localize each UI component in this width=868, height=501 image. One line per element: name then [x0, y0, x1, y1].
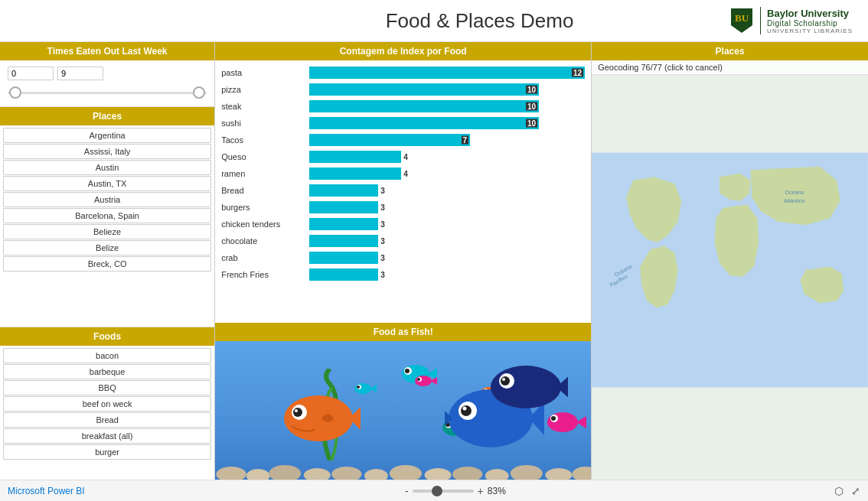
svg-point-12 — [546, 468, 573, 480]
chart-bar-row: ramen4 — [221, 166, 585, 181]
range-slider[interactable] — [8, 85, 207, 100]
chart-bar-row: chicken tenders3 — [221, 216, 585, 232]
left-panel: Times Eaten Out Last Week — [0, 42, 215, 480]
svg-point-1 — [217, 467, 246, 480]
fish-small-orange2-icon — [590, 379, 591, 407]
chart-bar-value-outside: 4 — [403, 153, 408, 161]
foods-list-item[interactable]: burger — [3, 444, 211, 460]
svg-point-17 — [293, 408, 302, 417]
svg-point-5 — [331, 467, 361, 480]
places-list-item[interactable]: Assissi, Italy — [3, 144, 211, 159]
chart-bar-value-outside: 4 — [403, 170, 408, 178]
map-header: Places — [592, 42, 868, 60]
chart-area[interactable]: pasta12pizza10steak10sushi10Tacos7Queso4… — [215, 60, 591, 323]
chart-bar-value-outside: 3 — [380, 237, 385, 246]
zoom-minus-button[interactable]: - — [405, 485, 409, 497]
zoom-slider[interactable] — [413, 490, 474, 493]
svg-point-71 — [415, 376, 432, 386]
page-title: Food & Places Demo — [230, 9, 729, 33]
svg-point-3 — [269, 465, 301, 480]
logo-libraries: UNIVERSITY LIBRARIES — [767, 28, 853, 34]
svg-point-8 — [425, 468, 452, 480]
chart-bar: 7 — [309, 134, 470, 146]
places-list-item[interactable]: Belize — [3, 240, 211, 255]
svg-point-6 — [364, 469, 388, 480]
slider-track — [8, 92, 207, 94]
chart-bar-value: 7 — [462, 136, 469, 145]
chart-bar-value: 10 — [526, 102, 537, 111]
chart-bar-row: sushi10 — [221, 115, 585, 131]
places-list-item[interactable]: Argentina — [3, 128, 211, 143]
chart-bar-label: Queso — [221, 152, 309, 161]
main-content: Times Eaten Out Last Week — [0, 42, 868, 480]
times-eaten-header: Times Eaten Out Last Week — [0, 42, 214, 60]
chart-bar-row: steak10 — [221, 99, 585, 114]
places-list-item[interactable]: Barcelona, Spain — [3, 208, 211, 223]
range-max-input[interactable] — [57, 67, 103, 80]
range-min-input[interactable] — [8, 67, 54, 80]
places-list-item[interactable]: Austin — [3, 160, 211, 175]
places-list-item[interactable]: Austin, TX — [3, 176, 211, 191]
header-logo: BU Baylor University Digital Scholarship… — [729, 7, 853, 34]
foods-list-item[interactable]: barbeque — [3, 364, 211, 379]
chart-bar — [309, 184, 378, 197]
middle-panel: Contagem de Index por Food pasta12pizza1… — [215, 42, 592, 480]
chart-bar — [309, 218, 378, 230]
slider-thumb-right[interactable] — [193, 86, 205, 99]
places-list-item[interactable]: Belieze — [3, 224, 211, 239]
header: Food & Places Demo BU Baylor University … — [0, 0, 868, 42]
svg-point-14 — [284, 395, 353, 441]
slider-thumb-left[interactable] — [9, 86, 21, 99]
foods-list-item[interactable]: beef on weck — [3, 396, 211, 412]
fish-section: Food as Fish! — [215, 323, 591, 480]
svg-marker-15 — [349, 403, 361, 434]
chart-bar-value-outside: 3 — [380, 254, 385, 262]
svg-point-7 — [390, 465, 422, 480]
chart-bar-row: Queso4 — [221, 149, 585, 164]
rocks-icon — [215, 453, 591, 480]
chart-bar: 12 — [309, 67, 585, 79]
logo-text: Baylor University Digital Scholarship UN… — [767, 8, 853, 34]
times-eaten-section: Times Eaten Out Last Week — [0, 42, 214, 107]
foods-list-item[interactable]: bacon — [3, 348, 211, 363]
places-list-item[interactable]: Breck, CO — [3, 256, 211, 272]
logo-digital: Digital Scholarship — [767, 19, 853, 28]
chart-bar — [309, 268, 378, 281]
chart-bar-value-outside: 3 — [380, 187, 385, 195]
zoom-plus-button[interactable]: + — [478, 485, 484, 497]
svg-marker-72 — [430, 377, 437, 385]
zoom-controls: - + 83% — [405, 485, 514, 497]
chart-bar-label: chocolate — [221, 236, 309, 246]
powerbi-link[interactable]: Microsoft Power BI — [8, 486, 85, 496]
svg-point-13 — [573, 467, 592, 480]
foods-list-item[interactable]: BBQ — [3, 380, 211, 395]
chart-header: Contagem de Index por Food — [215, 42, 591, 60]
svg-text:BU: BU — [735, 12, 749, 24]
fish-tiny-3-icon — [413, 372, 438, 390]
share-icon[interactable]: ⬡ — [834, 485, 844, 497]
foods-list[interactable]: baconbarbequeBBQbeef on weckBreadbreakfa… — [0, 346, 214, 480]
chart-bar-row: Tacos7 — [221, 132, 585, 148]
foods-list-item[interactable]: Bread — [3, 412, 211, 428]
svg-marker-40 — [576, 416, 586, 428]
places-list-item[interactable]: Austria — [3, 192, 211, 207]
places-list[interactable]: ArgentinaAssissi, ItalyAustinAustin, TXA… — [0, 125, 214, 327]
chart-bar-value: 10 — [526, 119, 537, 128]
chart-bar-row: pizza10 — [221, 82, 585, 97]
svg-point-38 — [405, 369, 410, 373]
chart-bar-value-outside: 3 — [380, 220, 385, 229]
svg-point-2 — [246, 469, 270, 480]
places-header: Places — [0, 107, 214, 125]
svg-text:Atlántico: Atlántico — [784, 197, 805, 204]
svg-marker-31 — [556, 373, 568, 401]
chart-bar — [309, 252, 378, 264]
chart-bar: 10 — [309, 117, 539, 129]
right-panel: Places Geocoding 76/77 (click to cancel) — [592, 42, 868, 480]
fullscreen-icon[interactable]: ⤢ — [851, 485, 860, 497]
foods-header: Foods — [0, 327, 214, 346]
svg-point-4 — [304, 468, 331, 480]
foods-list-item[interactable]: breakfast (all) — [3, 428, 211, 444]
fish-orange-icon — [276, 380, 361, 449]
svg-point-10 — [485, 469, 509, 480]
chart-bar-row: burgers3 — [221, 200, 585, 215]
